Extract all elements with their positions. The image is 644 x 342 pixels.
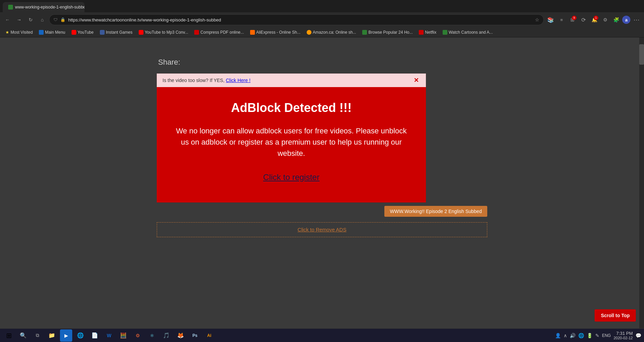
bookmark-yt-mp3[interactable]: YouTube to Mp3 Conv...	[136, 29, 191, 36]
tray-volume-icon[interactable]: 🔊	[570, 333, 576, 338]
bookmark-icon-7	[307, 30, 311, 35]
bookmark-label-1: Main Menu	[45, 30, 65, 35]
adblock-modal: Is the video too slow? If YES, Click Her…	[157, 74, 426, 202]
profile-avatar[interactable]: a	[622, 16, 630, 24]
tray-person-icon[interactable]: 👤	[555, 333, 561, 338]
shield-nav-icon: 🛡	[53, 17, 58, 22]
extensions2-button[interactable]: 🧩	[611, 15, 621, 25]
bookmark-label-6: AliExpress - Online Sh...	[256, 30, 301, 35]
active-tab[interactable]: www-working-episode-1-english-subbed	[3, 2, 85, 12]
adblock-body: AdBlock Detected !!! We no longer can al…	[157, 87, 426, 202]
page-content: Share: Is the video too slow? If YES, Cl…	[0, 37, 644, 328]
bookmark-main-menu[interactable]: Main Menu	[36, 29, 68, 36]
task-view[interactable]: ⧉	[31, 329, 44, 342]
profile-settings-button[interactable]: ⚙	[600, 15, 610, 25]
tray-pencil-icon[interactable]: ✎	[595, 333, 599, 338]
language-indicator[interactable]: ENG	[602, 333, 611, 338]
star-icon[interactable]: ☆	[535, 17, 539, 22]
bookmark-icon-6	[250, 30, 255, 35]
tray-network-icon[interactable]: 🌐	[578, 333, 584, 338]
taskbar-browser[interactable]: 🌐	[74, 329, 87, 342]
taskbar-tool[interactable]: ⚙	[132, 329, 144, 342]
menu-button[interactable]: ⋯	[632, 15, 641, 25]
scrollbar-thumb[interactable]	[639, 44, 644, 65]
extensions-button[interactable]: ⊞ 9	[568, 15, 577, 25]
share-label: Share:	[157, 58, 487, 67]
tray-battery-icon[interactable]: 🔋	[587, 333, 593, 338]
notification-button[interactable]: 🔔 1	[589, 15, 599, 25]
bookmark-icon-8	[362, 30, 367, 35]
bookmark-youtube[interactable]: YouTube	[69, 29, 96, 36]
notice-static-text: Is the video too slow? If YES,	[163, 78, 225, 83]
start-button[interactable]: ⊞	[3, 329, 15, 342]
nav-bar: ← → ↻ ⌂ 🛡 🔒 ☆ 📚 ≡ ⊞ 9 ⟳ 🔔 1 ⚙ 🧩 a ⋯	[0, 12, 644, 27]
bookmark-icon-3	[100, 30, 105, 35]
bookmark-popular[interactable]: Browse Popular 24 Ho...	[359, 29, 415, 36]
tab-title: www-working-episode-1-english-subbed	[15, 5, 85, 10]
extensions-badge: 9	[572, 16, 577, 20]
bookmark-icon-2	[72, 30, 76, 35]
back-button[interactable]: ←	[3, 15, 12, 25]
bookmark-label-0: Most Visited	[11, 30, 33, 35]
bookmark-icon-10	[443, 30, 447, 35]
taskbar-firefox[interactable]: 🦊	[174, 329, 187, 342]
url-input[interactable]	[68, 17, 532, 22]
bookmarks-bar: ★ Most Visited Main Menu YouTube Instant…	[0, 27, 644, 37]
bookmark-amazon[interactable]: Amazon.ca: Online sh...	[304, 29, 359, 36]
lock-icon: 🔒	[60, 17, 65, 22]
refresh-button[interactable]: ↻	[26, 15, 35, 25]
bookmark-icon-1	[39, 30, 44, 35]
bookmark-label-7: Amazon.ca: Online sh...	[313, 30, 356, 35]
next-episode-row: WWW.Working!! Episode 2 English Subbed	[157, 202, 487, 220]
browser-chrome: www-working-episode-1-english-subbed ← →…	[0, 0, 644, 37]
taskbar-calc[interactable]: 🧮	[117, 329, 129, 342]
most-visited-icon: ★	[5, 30, 9, 35]
taskbar-search[interactable]: 🔍	[17, 329, 29, 342]
adblock-description: We no longer can allow adblock users for…	[172, 125, 411, 159]
bookmark-label-9: Netflix	[425, 30, 436, 35]
bookmark-aliexpress[interactable]: AliExpress - Online Sh...	[247, 29, 303, 36]
adblock-title: AdBlock Detected !!!	[167, 101, 416, 115]
register-link[interactable]: Click to register	[263, 173, 319, 182]
bookmark-label-2: YouTube	[78, 30, 94, 35]
close-button[interactable]: ✕	[412, 77, 420, 83]
notice-link[interactable]: Click Here !	[226, 78, 250, 83]
bookmark-icon-5	[194, 30, 199, 35]
next-episode-button[interactable]: WWW.Working!! Episode 2 English Subbed	[384, 206, 487, 217]
collections-button[interactable]: 📚	[546, 15, 555, 25]
bookmark-netflix[interactable]: Netflix	[416, 29, 439, 36]
home-button[interactable]: ⌂	[37, 15, 47, 25]
system-clock[interactable]: 7:31 PM 2020-02-12	[614, 331, 633, 340]
bookmark-label-10: Watch Cartoons and A...	[449, 30, 493, 35]
address-bar[interactable]: 🛡 🔒 ☆	[49, 14, 544, 25]
notice-text: Is the video too slow? If YES, Click Her…	[163, 78, 250, 83]
forward-button[interactable]: →	[14, 15, 24, 25]
tray-notification-icon[interactable]: 💬	[635, 333, 641, 338]
taskbar-docs[interactable]: 📄	[89, 329, 101, 342]
remove-ads-link[interactable]: Click to Remove ADS	[297, 227, 346, 232]
taskbar-word[interactable]: W	[103, 329, 115, 342]
sync-button[interactable]: ⟳	[579, 15, 588, 25]
clock-time: 7:31 PM	[614, 331, 633, 336]
bookmark-instant-games[interactable]: Instant Games	[97, 29, 135, 36]
scrollbar-track[interactable]	[639, 37, 644, 328]
tray-chevron-icon[interactable]: ∧	[564, 333, 567, 338]
bookmark-icon-9	[419, 30, 424, 35]
taskbar-music[interactable]: 🎵	[160, 329, 172, 342]
bookmark-pdf[interactable]: Compress PDF online...	[191, 29, 246, 36]
bookmark-label-8: Browse Popular 24 Ho...	[368, 30, 413, 35]
taskbar-file-explorer[interactable]: 📁	[46, 329, 58, 342]
system-tray: 👤 ∧ 🔊 🌐 🔋 ✎ ENG 7:31 PM 2020-02-12 💬	[555, 331, 641, 340]
nav-actions: 📚 ≡ ⊞ 9 ⟳ 🔔 1 ⚙ 🧩 a ⋯	[546, 15, 641, 25]
scroll-to-top-button[interactable]: Scroll to Top	[595, 309, 636, 322]
clock-date: 2020-02-12	[614, 336, 633, 340]
taskbar-illustrator[interactable]: Ai	[203, 329, 215, 342]
tab-favicon	[8, 5, 13, 10]
taskbar-video-player[interactable]: ▶	[60, 329, 72, 342]
taskbar-atom[interactable]: ⚛	[146, 329, 158, 342]
modal-notice: Is the video too slow? If YES, Click Her…	[157, 74, 426, 87]
bookmark-watch-cartoons[interactable]: Watch Cartoons and A...	[440, 29, 496, 36]
taskbar-photoshop[interactable]: Ps	[189, 329, 201, 342]
reader-view-button[interactable]: ≡	[557, 15, 566, 25]
bookmark-most-visited[interactable]: ★ Most Visited	[3, 29, 35, 36]
